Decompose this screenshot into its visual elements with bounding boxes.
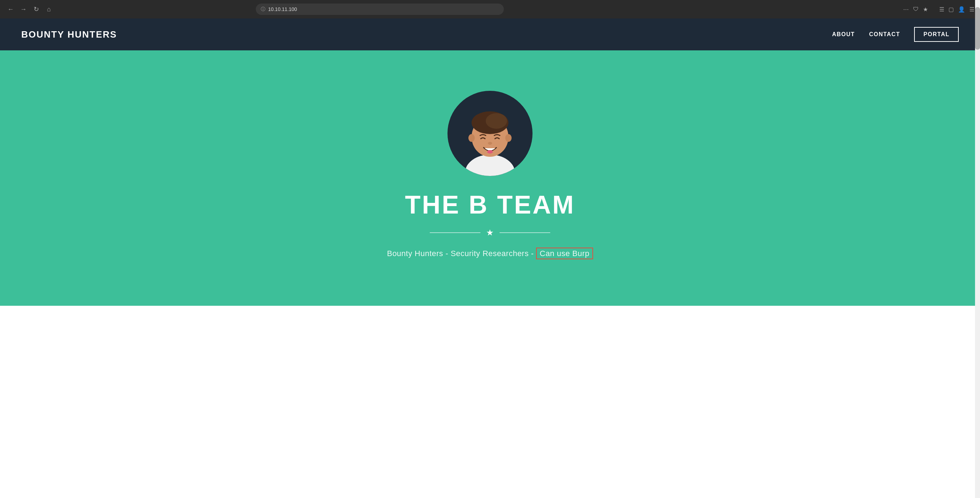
refresh-button[interactable]: ↻ (31, 4, 41, 14)
url-display: 10.10.11.100 (268, 6, 297, 12)
svg-point-1 (465, 155, 515, 176)
nav-about[interactable]: ABOUT (832, 31, 854, 38)
subtitle-text: Bounty Hunters - Security Researchers - (387, 249, 536, 258)
divider-line-left (430, 232, 480, 233)
hero-section: THE B TEAM ★ Bounty Hunters - Security R… (0, 50, 980, 306)
browser-right-icons: ⋯ 🛡 ★ ☰ ▢ 👤 ☰ (903, 6, 974, 13)
site-logo: BOUNTY HUNTERS (21, 29, 832, 40)
subtitle-highlight: Can use Burp (536, 247, 593, 259)
shield-icon[interactable]: 🛡 (913, 6, 919, 13)
nav-contact[interactable]: CONTACT (869, 31, 900, 38)
svg-point-7 (488, 142, 492, 145)
site-navbar: BOUNTY HUNTERS ABOUT CONTACT PORTAL (0, 18, 980, 50)
divider-line-right (500, 232, 550, 233)
back-button[interactable]: ← (6, 4, 16, 14)
svg-point-8 (487, 150, 493, 153)
hero-divider: ★ (430, 228, 550, 238)
scrollbar-thumb[interactable] (975, 7, 980, 49)
svg-point-4 (486, 113, 507, 129)
browser-chrome: ← → ↻ ⌂ ⓘ 10.10.11.100 ⋯ 🛡 ★ ☰ ▢ 👤 ☰ (0, 0, 980, 18)
nav-portal[interactable]: PORTAL (914, 27, 959, 42)
hero-subtitle: Bounty Hunters - Security Researchers - … (387, 249, 593, 258)
address-bar[interactable]: ⓘ 10.10.11.100 (256, 3, 504, 15)
scrollbar[interactable] (975, 0, 980, 306)
svg-point-5 (468, 134, 475, 142)
more-options-icon[interactable]: ⋯ (903, 6, 909, 13)
forward-button[interactable]: → (18, 4, 29, 14)
menu-icon[interactable]: ☰ (969, 6, 974, 13)
bookmark-icon[interactable]: ★ (923, 6, 928, 13)
account-icon[interactable]: 👤 (958, 6, 965, 13)
tab-icon[interactable]: ▢ (948, 6, 954, 13)
hero-title: THE B TEAM (405, 190, 575, 219)
security-icon: ⓘ (261, 6, 266, 13)
home-button[interactable]: ⌂ (44, 4, 54, 14)
avatar (447, 91, 533, 176)
site-nav-links: ABOUT CONTACT PORTAL (832, 27, 959, 42)
star-icon: ★ (486, 228, 494, 238)
library-icon[interactable]: ☰ (939, 6, 944, 13)
browser-nav-buttons: ← → ↻ ⌂ (6, 4, 54, 14)
svg-point-6 (505, 134, 512, 142)
avatar-illustration (455, 101, 525, 176)
